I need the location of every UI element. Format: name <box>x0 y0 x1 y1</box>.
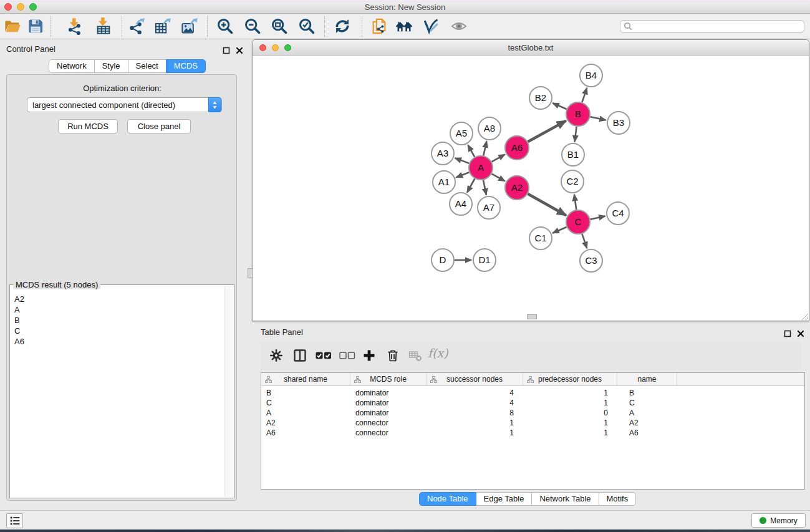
edge-B-B4[interactable] <box>582 88 587 102</box>
tab-style[interactable]: Style <box>94 59 128 73</box>
cell[interactable]: B <box>617 388 677 398</box>
graph-node-A6[interactable]: A6 <box>505 136 529 160</box>
criterion-dropdown[interactable]: largest connected component (directed) <box>27 97 222 112</box>
tab-motifs[interactable]: Motifs <box>599 492 637 506</box>
edge-A-A8[interactable] <box>483 142 486 156</box>
cell[interactable]: connector <box>350 418 427 428</box>
cell[interactable]: A2 <box>261 418 350 428</box>
graph-node-D1[interactable]: D1 <box>473 249 496 271</box>
close-panel-icon[interactable] <box>236 46 243 53</box>
cell[interactable]: 1 <box>523 388 617 398</box>
edge-A-A1[interactable] <box>456 172 470 177</box>
tab-network[interactable]: Network <box>49 59 95 73</box>
edge-A-A2[interactable] <box>492 174 505 181</box>
show-columns-icon[interactable] <box>293 349 307 362</box>
edge-C-C3[interactable] <box>582 234 587 248</box>
mcds-result-item[interactable]: A6 <box>14 336 224 347</box>
table-row[interactable]: Cdominator41C <box>261 398 804 408</box>
column-header-name[interactable]: name <box>617 373 677 385</box>
import-network-icon[interactable] <box>66 17 84 35</box>
cell[interactable]: dominator <box>350 398 427 408</box>
tab-select[interactable]: Select <box>128 59 166 73</box>
mcds-result-item[interactable]: A2 <box>14 294 224 304</box>
cell[interactable]: 1 <box>523 398 617 408</box>
float-table-panel-icon[interactable] <box>784 329 791 336</box>
delete-row-trash-icon[interactable] <box>386 349 400 362</box>
export-network-icon[interactable] <box>128 17 145 35</box>
graph-node-A8[interactable]: A8 <box>478 117 501 140</box>
cell[interactable]: 1 <box>523 428 617 438</box>
edge-A-A6[interactable] <box>492 155 505 162</box>
export-table-icon[interactable] <box>154 17 171 35</box>
cell[interactable]: 1 <box>523 418 617 428</box>
cell[interactable]: C <box>617 398 677 408</box>
tab-node-table[interactable]: Node Table <box>419 492 476 506</box>
add-row-icon[interactable] <box>362 349 376 362</box>
table-row[interactable]: A6connector11A6 <box>261 428 804 438</box>
cell[interactable]: 0 <box>523 408 617 418</box>
float-panel-icon[interactable] <box>223 46 230 53</box>
graph-node-A7[interactable]: A7 <box>478 196 500 219</box>
cell[interactable]: C <box>261 398 350 408</box>
edge-A-A5[interactable] <box>468 145 475 157</box>
edge-C-C4[interactable] <box>591 216 605 220</box>
graph-node-C1[interactable]: C1 <box>529 227 552 249</box>
clear-all-checks-icon[interactable] <box>339 351 355 365</box>
show-hide-panel-eye-icon[interactable] <box>450 17 468 35</box>
edge-A-A7[interactable] <box>483 180 486 195</box>
cell[interactable]: 8 <box>427 408 523 418</box>
edge-B-B1[interactable] <box>575 127 577 142</box>
graph-node-C4[interactable]: C4 <box>607 202 629 225</box>
open-session-icon[interactable] <box>4 17 21 35</box>
graph-node-A[interactable]: A <box>469 156 493 180</box>
run-mcds-button[interactable]: Run MCDS <box>58 119 118 133</box>
cell[interactable]: A2 <box>617 418 677 428</box>
close-panel-button[interactable]: Close panel <box>127 119 191 133</box>
bottom-splitter-handle[interactable] <box>527 314 537 319</box>
graph-node-C2[interactable]: C2 <box>561 170 584 193</box>
graph-node-B[interactable]: B <box>566 102 590 126</box>
column-header-successor-nodes[interactable]: successor nodes <box>427 373 523 385</box>
edge-A-A3[interactable] <box>455 158 470 163</box>
cell[interactable]: 4 <box>427 388 523 398</box>
table-row[interactable]: Adominator80A <box>261 408 804 418</box>
result-scrollbar[interactable] <box>224 286 233 496</box>
column-header-shared-name[interactable]: shared name <box>261 373 350 385</box>
tab-mcds[interactable]: MCDS <box>166 59 206 73</box>
edge-A2-C[interactable] <box>528 194 566 215</box>
cell[interactable]: 1 <box>427 418 523 428</box>
graph-node-B1[interactable]: B1 <box>562 143 584 166</box>
search-input[interactable] <box>633 21 804 32</box>
cell[interactable]: A <box>261 408 350 418</box>
table-row[interactable]: Bdominator41B <box>261 388 804 398</box>
column-header-mcds-role[interactable]: MCDS role <box>350 373 427 385</box>
edge-C-C2[interactable] <box>574 195 576 210</box>
graph-node-B4[interactable]: B4 <box>580 64 602 87</box>
graph-node-C[interactable]: C <box>566 210 590 234</box>
show-graphics-details-icon[interactable] <box>422 17 440 35</box>
zoom-out-icon[interactable] <box>244 17 261 35</box>
table-row[interactable]: A2connector11A2 <box>261 418 804 428</box>
zoom-fit-icon[interactable] <box>271 17 288 35</box>
network-canvas[interactable]: B4B2BB3A8A5A6A3B1AC2A1A2A4A7C4CC1DD1C3 <box>253 56 809 321</box>
memory-button[interactable]: Memory <box>751 513 806 528</box>
edge-A-A4[interactable] <box>467 179 475 193</box>
graph-node-D[interactable]: D <box>432 249 454 271</box>
zoom-selected-icon[interactable] <box>298 17 316 35</box>
zoom-in-icon[interactable] <box>216 17 234 35</box>
column-header-predecessor-nodes[interactable]: predecessor nodes <box>523 373 617 385</box>
clone-network-icon[interactable] <box>370 17 388 35</box>
cell[interactable]: A6 <box>617 428 677 438</box>
graph-node-A2[interactable]: A2 <box>505 176 529 200</box>
edge-A6-B[interactable] <box>528 121 566 142</box>
cell[interactable]: B <box>261 388 350 398</box>
close-table-panel-icon[interactable] <box>797 329 804 336</box>
graph-node-B3[interactable]: B3 <box>607 112 630 134</box>
cell[interactable]: 1 <box>427 428 523 438</box>
select-all-checks-icon[interactable] <box>316 351 332 365</box>
mcds-result-item[interactable]: C <box>14 326 224 336</box>
cell[interactable]: 4 <box>427 398 523 408</box>
task-history-button[interactable] <box>6 513 23 528</box>
edge-C-C1[interactable] <box>552 227 566 233</box>
mcds-result-item[interactable]: B <box>14 315 224 326</box>
